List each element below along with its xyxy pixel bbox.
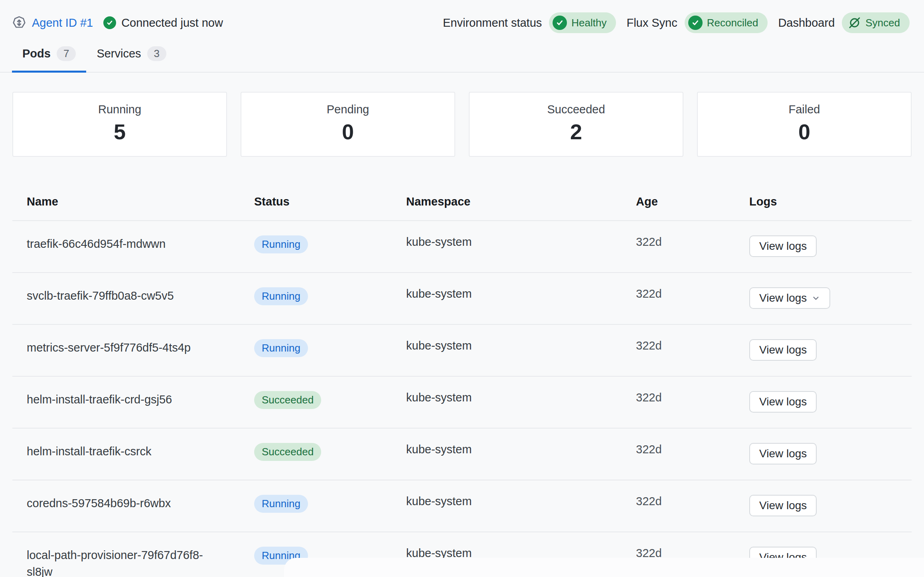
pod-stat-cards: Running 5 Pending 0 Succeeded 2 Failed 0: [12, 92, 912, 157]
status-badge: Running: [254, 235, 308, 253]
status-badge: Succeeded: [254, 443, 321, 461]
namespace-cell: kube-system: [393, 287, 623, 300]
environment-status-value: Healthy: [571, 17, 606, 29]
status-badge: Running: [254, 339, 308, 357]
agent-shield-icon: [12, 16, 26, 30]
check-icon: [688, 16, 703, 30]
view-logs-label: View logs: [759, 499, 807, 512]
environment-status-badge: Healthy: [549, 12, 616, 33]
status-badge: Succeeded: [254, 391, 321, 409]
dashboard-label: Dashboard: [778, 16, 835, 30]
check-icon: [553, 16, 567, 30]
view-logs-label: View logs: [759, 344, 807, 356]
column-header-namespace: Namespace: [393, 195, 623, 208]
age-cell: 322d: [623, 287, 736, 300]
pod-name: local-path-provisioner-79f67d76f8-sl8jw: [27, 547, 223, 577]
top-bar: Agent ID #1 Connected just now Environme…: [0, 0, 924, 34]
pod-name: svclb-traefik-79ffb0a8-cw5v5: [27, 287, 174, 304]
table-row: helm-install-traefik-csrck Succeeded kub…: [12, 429, 912, 480]
agent-id-link[interactable]: Agent ID #1: [32, 16, 93, 30]
stat-card-succeeded: Succeeded 2: [469, 92, 683, 157]
view-logs-button[interactable]: View logs: [749, 339, 817, 361]
environment-status-label: Environment status: [443, 16, 542, 30]
stat-label: Pending: [241, 103, 454, 116]
stat-label: Running: [13, 103, 226, 116]
tab-pods[interactable]: Pods 7: [12, 40, 86, 73]
pod-name: metrics-server-5f9f776df5-4ts4p: [27, 339, 191, 356]
dashboard-sync-group: Dashboard Synced: [778, 12, 910, 33]
namespace-cell: kube-system: [393, 391, 623, 404]
connected-check-icon: [103, 16, 116, 29]
view-logs-button[interactable]: View logs: [749, 235, 817, 257]
view-logs-label: View logs: [759, 240, 807, 253]
flux-sync-label: Flux Sync: [626, 16, 677, 30]
table-body: traefik-66c46d954f-mdwwn Running kube-sy…: [12, 221, 912, 577]
stat-value: 0: [241, 119, 454, 144]
status-badge: Running: [254, 495, 308, 513]
age-cell: 322d: [623, 443, 736, 456]
tab-services-count: 3: [147, 46, 166, 61]
stat-label: Succeeded: [470, 103, 683, 116]
column-header-name: Name: [12, 195, 241, 208]
stat-value: 2: [470, 119, 683, 144]
tab-pods-count: 7: [57, 46, 76, 61]
flux-sync-value: Reconciled: [707, 17, 758, 29]
column-header-logs: Logs: [736, 195, 912, 208]
tab-bar: Pods 7 Services 3: [0, 40, 924, 73]
stat-card-pending: Pending 0: [241, 92, 455, 157]
connection-status: Connected just now: [103, 16, 223, 30]
stat-value: 5: [13, 119, 226, 144]
view-logs-label: View logs: [759, 447, 807, 460]
flux-sync-group: Flux Sync Reconciled: [626, 12, 768, 33]
column-header-age: Age: [623, 195, 736, 208]
flux-sync-badge: Reconciled: [685, 12, 768, 33]
dashboard-sync-badge: Synced: [842, 12, 910, 33]
pod-name: traefik-66c46d954f-mdwwn: [27, 235, 166, 252]
tab-pods-label: Pods: [22, 47, 51, 60]
namespace-cell: kube-system: [393, 495, 623, 508]
stat-card-failed: Failed 0: [697, 92, 912, 157]
age-cell: 322d: [623, 339, 736, 352]
environment-status-group: Environment status Healthy: [443, 12, 616, 33]
dashboard-sync-value: Synced: [865, 17, 900, 29]
view-logs-button[interactable]: View logs: [749, 391, 817, 413]
sync-icon: [848, 16, 861, 29]
stat-value: 0: [698, 119, 911, 144]
connection-status-text: Connected just now: [121, 16, 223, 30]
pod-name: coredns-597584b69b-r6wbx: [27, 495, 171, 512]
view-logs-button[interactable]: View logs: [749, 287, 830, 309]
status-badge: Running: [254, 287, 308, 305]
view-logs-button[interactable]: View logs: [749, 443, 817, 464]
table-row: traefik-66c46d954f-mdwwn Running kube-sy…: [12, 221, 912, 273]
stat-label: Failed: [698, 103, 911, 116]
stat-card-running: Running 5: [12, 92, 227, 157]
view-logs-button[interactable]: View logs: [749, 495, 817, 516]
column-header-status: Status: [241, 195, 393, 208]
view-logs-label: View logs: [759, 395, 807, 408]
namespace-cell: kube-system: [393, 235, 623, 249]
view-logs-label: View logs: [759, 292, 807, 304]
namespace-cell: kube-system: [393, 339, 623, 352]
chevron-down-icon: [811, 294, 820, 302]
tab-services[interactable]: Services 3: [86, 40, 177, 73]
namespace-cell: kube-system: [393, 443, 623, 456]
table-row: helm-install-traefik-crd-gsj56 Succeeded…: [12, 377, 912, 429]
age-cell: 322d: [623, 235, 736, 249]
age-cell: 322d: [623, 391, 736, 404]
table-row: coredns-597584b69b-r6wbx Running kube-sy…: [12, 480, 912, 532]
tab-services-label: Services: [97, 47, 141, 60]
bottom-panel-edge: [284, 558, 924, 577]
table-header-row: Name Status Namespace Age Logs: [12, 195, 912, 221]
table-row: metrics-server-5f9f776df5-4ts4p Running …: [12, 325, 912, 377]
age-cell: 322d: [623, 495, 736, 508]
agent-group: Agent ID #1: [12, 16, 93, 30]
pods-table: Name Status Namespace Age Logs traefik-6…: [12, 195, 912, 577]
table-row: svclb-traefik-79ffb0a8-cw5v5 Running kub…: [12, 273, 912, 325]
pod-name: helm-install-traefik-csrck: [27, 443, 152, 460]
pod-name: helm-install-traefik-crd-gsj56: [27, 391, 172, 408]
